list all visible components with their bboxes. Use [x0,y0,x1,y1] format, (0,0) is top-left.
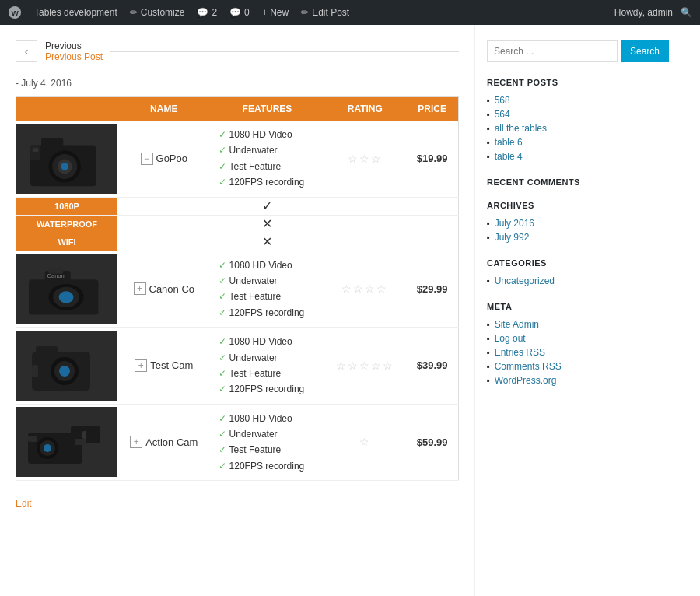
meta-link-log-out[interactable]: Log out [495,333,526,344]
comments-bubble-link[interactable]: 💬 0 [229,7,250,18]
product-name-canonco: + Canon Co [117,251,211,328]
col-header-price: PRICE [406,97,458,121]
expand-actioncam-button[interactable]: + [130,436,142,448]
wp-logo-icon: W [8,5,22,19]
recent-comments-title: RECENT COMMENTS [487,177,657,187]
comment-icon: 💬 [229,7,241,18]
sidebar-recent-posts: RECENT POSTS 568 564 all the tables tabl… [487,78,657,163]
list-item: table 4 [487,149,657,163]
meta-link-wordpress-org[interactable]: WordPress.org [495,375,557,386]
svg-point-21 [59,366,70,377]
star-rating-canonco: ☆☆☆☆ [341,282,388,295]
list-item: 568 [487,93,657,107]
list-item: all the tables [487,121,657,135]
search-button[interactable]: Search [621,40,669,62]
categories-list: Uncategorized [487,274,657,288]
list-item: WordPress.org [487,373,657,387]
customize-link[interactable]: ✏ Customize [130,7,185,18]
svg-rect-22 [32,365,38,377]
svg-rect-29 [28,436,37,442]
search-icon-link[interactable]: 🔍 [681,7,692,18]
svg-text:Canon: Canon [47,273,65,280]
expand-canonco-button[interactable]: + [134,282,146,295]
product-features-gopoo: ✓ 1080 HD Video ✓ Underwater ✓ Test Feat… [211,121,324,197]
recent-post-link[interactable]: 568 [495,95,510,106]
main-content: ‹ Previous Previous Post - July 4, 2016 … [0,25,474,596]
nav-back-arrow[interactable]: ‹ [16,40,37,62]
archives-list: July 2016 July 992 [487,216,657,244]
archive-link[interactable]: July 2016 [495,218,534,229]
comments-link[interactable]: 💬 2 [197,7,217,18]
product-rating-testcam: ☆☆☆☆☆ [324,328,406,405]
product-price-gopoo: $19.99 [406,121,458,197]
table-row: Canon + Canon Co ✓ 1080 HD Video ✓ Under… [16,251,459,328]
category-link[interactable]: Uncategorized [495,275,555,286]
site-name: Tables development [34,7,117,18]
svg-rect-28 [82,431,86,439]
expand-row-1080p: 1080P ✓ [16,197,459,215]
list-item: Uncategorized [487,274,657,288]
meta-link-entries-rss[interactable]: Entries RSS [495,347,545,358]
wp-logo-link[interactable]: W [8,5,22,19]
recent-post-link[interactable]: all the tables [495,123,547,134]
recent-post-link[interactable]: 564 [495,109,510,120]
check-icon: ✓ [219,411,226,426]
new-post-link[interactable]: + New [262,7,289,18]
collapse-gopoo-button[interactable]: − [141,153,153,165]
meta-link-comments-rss[interactable]: Comments RSS [495,361,562,372]
list-item: Entries RSS [487,345,657,359]
categories-title: CATEGORIES [487,258,657,268]
sidebar-recent-comments: RECENT COMMENTS [487,177,657,187]
sidebar-archives: ARCHIVES July 2016 July 992 [487,201,657,244]
svg-rect-9 [33,148,39,152]
expand-label-waterproof[interactable]: WATERPROOF [16,216,117,233]
product-image-canonco: Canon [16,254,117,324]
check-icon: ✓ [219,426,226,442]
search-input[interactable] [487,40,618,62]
svg-rect-3 [41,138,63,149]
admin-bar: W Tables development ✏ Customize 💬 2 💬 0… [0,0,700,25]
check-icon: ✓ [219,273,226,289]
expand-value-waterproof: ✕ [211,215,324,233]
product-features-canonco: ✓ 1080 HD Video ✓ Underwater ✓ Test Feat… [211,251,324,328]
expand-row-waterproof: WATERPROOF ✕ [16,215,459,233]
svg-point-7 [61,163,68,170]
expand-testcam-button[interactable]: + [135,359,147,372]
sidebar-meta: META Site Admin Log out Entries RSS Comm… [487,302,657,387]
camera-dslr-svg [24,128,110,190]
expand-label-1080p[interactable]: 1080P [16,198,117,215]
col-header-rating: RATING [324,97,406,121]
product-image-testcam [16,331,117,401]
list-item: Log out [487,331,657,345]
star-rating-testcam: ☆☆☆☆☆ [336,359,394,372]
edit-post-link[interactable]: ✏ Edit Post [301,7,349,18]
recent-post-link[interactable]: table 6 [495,137,523,148]
post-nav: ‹ Previous Previous Post [16,40,459,62]
search-icon: 🔍 [681,7,692,18]
expand-label-wifi[interactable]: WIFI [16,233,117,251]
product-name-actioncam: + Action Cam [117,404,211,481]
nav-previous-label: Previous [45,40,103,51]
check-icon: ✓ [219,442,226,458]
nav-previous-post[interactable]: Previous Post [45,51,103,62]
recent-post-link[interactable]: table 4 [495,151,523,162]
list-item: table 6 [487,135,657,149]
recent-posts-list: 568 564 all the tables table 6 table 4 [487,93,657,163]
edit-link[interactable]: Edit [16,498,32,509]
edit-icon: ✏ [301,7,309,18]
list-item: 564 [487,107,657,121]
archive-link[interactable]: July 992 [495,232,530,243]
expand-value-1080p: ✓ [211,197,324,215]
howdy-link[interactable]: Howdy, admin [614,7,673,18]
list-item: Site Admin [487,317,657,331]
product-price-canonco: $29.99 [406,251,458,328]
check-icon: ✓ [219,127,226,142]
list-item: Comments RSS [487,359,657,373]
svg-text:W: W [12,9,19,17]
col-header-name: NAME [117,97,211,121]
pencil-icon: ✏ [130,7,138,18]
col-header-features: FEATURES [211,97,324,121]
bubble-icon: 💬 [197,7,208,18]
site-name-link[interactable]: Tables development [34,7,117,18]
meta-link-site-admin[interactable]: Site Admin [495,319,539,330]
